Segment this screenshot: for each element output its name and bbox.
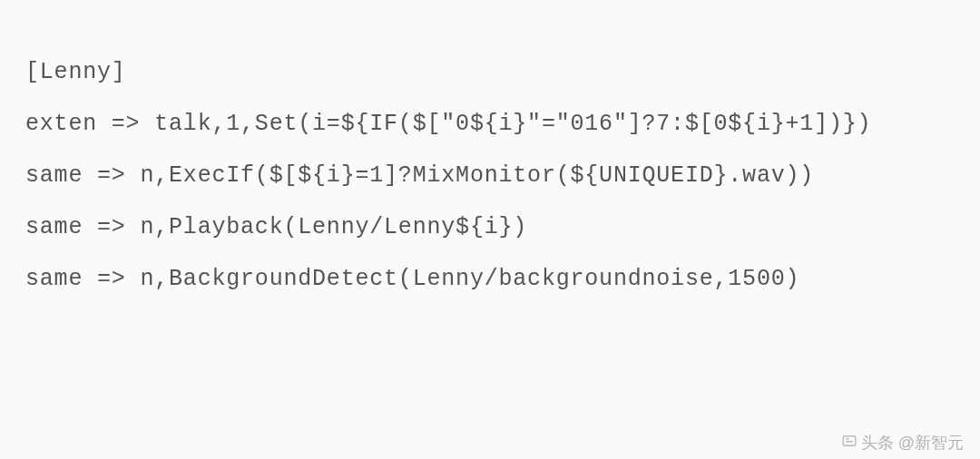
code-block: [Lenny] exten => talk,1,Set(i=${IF($["0$…	[0, 23, 980, 459]
code-line: same => n,BackgroundDetect(Lenny/backgro…	[25, 266, 799, 292]
watermark-icon	[841, 433, 858, 452]
code-line: same => n,Playback(Lenny/Lenny${i})	[25, 214, 527, 240]
watermark: 头条 @新智元	[841, 433, 964, 452]
code-line: [Lenny]	[25, 59, 126, 85]
code-line: same => n,ExecIf($[${i}=1]?MixMonitor(${…	[25, 162, 814, 189]
code-line: exten => talk,1,Set(i=${IF($["0${i}"="01…	[25, 111, 871, 137]
watermark-text: 头条 @新智元	[861, 435, 964, 451]
